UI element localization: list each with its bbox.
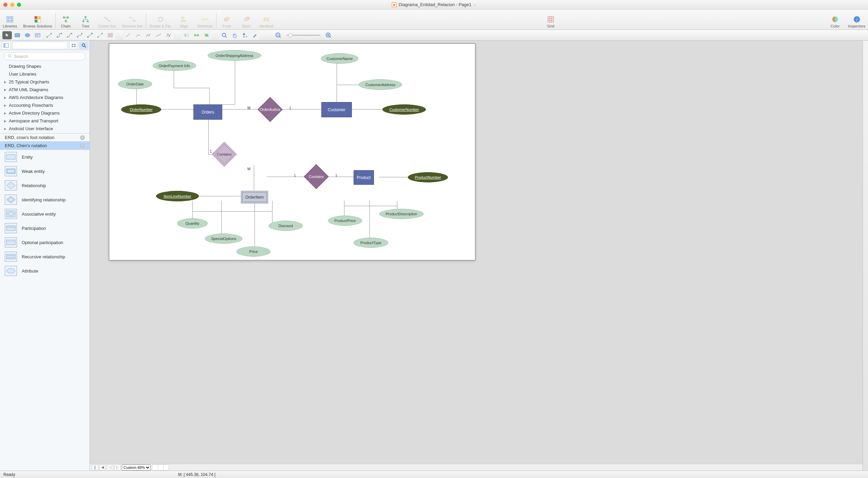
close-button[interactable]: [3, 3, 7, 7]
zoom-out-button[interactable]: [273, 31, 283, 39]
page-tab[interactable]: [152, 465, 158, 470]
hand-tool[interactable]: [230, 31, 239, 39]
search-input[interactable]: Search: [4, 52, 86, 60]
rel-contains-1[interactable]: Contains: [215, 145, 233, 163]
close-icon[interactable]: ×: [80, 135, 85, 140]
line-tool-2[interactable]: [133, 31, 143, 39]
line-tool-5[interactable]: [164, 31, 173, 39]
tab-chen[interactable]: ERD, Chen's notation×: [0, 142, 90, 150]
list-item[interactable]: ▶AWS Architecture Diagrams: [0, 94, 90, 101]
connector-tool-4[interactable]: [75, 31, 84, 39]
maximize-button[interactable]: [17, 3, 21, 7]
grid-button[interactable]: Grid: [544, 15, 558, 28]
browse-solutions-button[interactable]: Browse Solutions: [23, 15, 52, 28]
zoom-slider[interactable]: [286, 35, 320, 36]
list-item[interactable]: Drawing Shapes: [0, 62, 90, 70]
close-icon[interactable]: ×: [80, 143, 85, 148]
group-tool-1[interactable]: [182, 31, 191, 39]
entity-order-item[interactable]: OrderItem: [241, 191, 268, 203]
sidebar-search-button[interactable]: [79, 42, 88, 49]
shape-item-participation[interactable]: Participation: [0, 221, 90, 235]
entity-product[interactable]: Product: [354, 170, 374, 185]
rel-order-author[interactable]: OrderAuthor: [261, 101, 279, 118]
insert-image-tool[interactable]: [240, 31, 249, 39]
shape-item-attribute[interactable]: Attribute: [0, 264, 90, 278]
shape-list[interactable]: Entity Weak entity Relationship Identify…: [0, 150, 90, 471]
list-item[interactable]: ▶Android User Interface: [0, 125, 90, 133]
list-item[interactable]: ▶Active Directory Diagrams: [0, 109, 90, 117]
canvas-area[interactable]: Orders Customer Product OrderItem OrderA…: [90, 41, 868, 471]
page-tab[interactable]: [163, 465, 169, 470]
zoom-in-button[interactable]: [324, 31, 333, 39]
attr-discount[interactable]: Discount: [269, 221, 303, 231]
connector-tool-1[interactable]: [44, 31, 54, 39]
libraries-button[interactable]: Libraries: [3, 15, 17, 28]
connector-tool-2[interactable]: [55, 31, 64, 39]
delete-connector-tool[interactable]: [106, 31, 115, 39]
attr-order-number[interactable]: OrderNumber: [121, 104, 161, 115]
attr-order-payment[interactable]: OrderPayment Info: [153, 60, 196, 71]
list-item[interactable]: User Libraries: [0, 70, 90, 78]
shape-item-optional-participation[interactable]: Optional participation: [0, 235, 90, 250]
attr-product-type[interactable]: ProductType: [354, 238, 388, 248]
attr-special-options[interactable]: SpecialOptions: [205, 234, 242, 244]
attr-item-line-number[interactable]: ItemLineNumber: [156, 191, 199, 201]
zoom-select[interactable]: Custom 49%: [122, 464, 151, 471]
attr-customer-number[interactable]: CustomerNumber: [382, 104, 426, 115]
collapse-panel-button[interactable]: ‖: [92, 465, 98, 470]
minimize-button[interactable]: [10, 3, 14, 7]
attr-product-price[interactable]: ProductPrice: [328, 216, 362, 226]
rel-contains-2[interactable]: Contains: [307, 168, 325, 185]
list-item[interactable]: ▶ATM UML Diagrams: [0, 86, 90, 94]
line-tool-3[interactable]: [144, 31, 153, 39]
list-item[interactable]: ▶Accounting Flowcharts: [0, 101, 90, 109]
sidebar-mini-input[interactable]: [12, 42, 68, 49]
pen-tool[interactable]: [250, 31, 260, 39]
attr-order-date[interactable]: OrderDate: [118, 79, 152, 89]
attr-customer-address[interactable]: CustomerAddress: [359, 79, 402, 90]
group-tool-2[interactable]: [192, 31, 201, 39]
right-scrollbar[interactable]: [863, 41, 868, 471]
shape-item-relationship[interactable]: Relationship: [0, 178, 90, 193]
tree-button[interactable]: Tree: [79, 15, 92, 28]
connector-tool-5[interactable]: [85, 31, 95, 39]
list-item[interactable]: ▶25 Typical Orgcharts: [0, 78, 90, 86]
library-categories-list[interactable]: Drawing Shapes User Libraries ▶25 Typica…: [0, 62, 90, 134]
attr-quantity[interactable]: Quantity: [177, 218, 208, 228]
connector-tool-3[interactable]: [65, 31, 74, 39]
attr-product-description[interactable]: ProductDescription: [379, 209, 423, 219]
line-tool-4[interactable]: [154, 31, 163, 39]
entity-customer[interactable]: Customer: [321, 102, 352, 117]
sidebar-tab-button[interactable]: [1, 41, 11, 49]
shape-item-weak-entity[interactable]: Weak entity: [0, 164, 90, 178]
zoom-tool[interactable]: [220, 31, 229, 39]
page-tab[interactable]: [158, 465, 163, 470]
pointer-tool[interactable]: [2, 31, 12, 39]
ellipse-tool[interactable]: [23, 31, 32, 39]
first-page-button[interactable]: ◀: [99, 465, 106, 470]
group-tool-3[interactable]: [202, 31, 211, 39]
rectangle-tool[interactable]: [13, 31, 22, 39]
tab-crow-foot[interactable]: ERD, crow's foot notation×: [0, 134, 90, 142]
chain-button[interactable]: Chain: [59, 15, 73, 28]
shape-item-entity[interactable]: Entity: [0, 150, 90, 164]
sidebar-grid-view-button[interactable]: [69, 42, 78, 49]
prev-page-button[interactable]: ◁: [107, 465, 113, 470]
erd-canvas[interactable]: Orders Customer Product OrderItem OrderA…: [109, 43, 475, 260]
shape-item-identifying-relationship[interactable]: Identifying relationship: [0, 193, 90, 207]
shape-item-associative-entity[interactable]: Associative entity: [0, 207, 90, 221]
list-item[interactable]: ▶Aerospace and Transport: [0, 117, 90, 125]
title-dropdown-icon[interactable]: ⌄: [473, 3, 476, 6]
shape-item-recursive-relationship[interactable]: Recursive relationship: [0, 250, 90, 264]
entity-orders[interactable]: Orders: [193, 104, 222, 120]
color-button[interactable]: Color: [828, 15, 842, 28]
inspectors-button[interactable]: iInspectors: [848, 15, 865, 28]
attr-price[interactable]: Price: [237, 246, 270, 257]
line-tool-1[interactable]: [123, 31, 133, 39]
attr-customer-name[interactable]: CustomerName: [321, 53, 358, 64]
attr-order-shipping[interactable]: OrderShippingAddress: [208, 50, 261, 61]
text-box-tool[interactable]: [33, 31, 42, 39]
attr-product-number[interactable]: ProductNumber: [408, 172, 448, 182]
connector-tool-6[interactable]: [95, 31, 105, 39]
next-page-button[interactable]: ▷: [114, 465, 120, 470]
